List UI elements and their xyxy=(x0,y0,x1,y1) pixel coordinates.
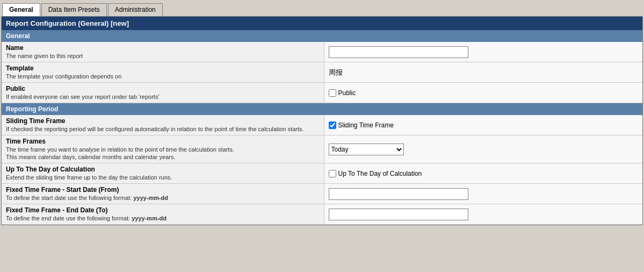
sliding-label-cell: Sliding Time Frame If checked the report… xyxy=(2,115,324,135)
fixed-start-desc: To define the start date use the followi… xyxy=(6,195,168,201)
template-label-cell: Template The template your configuration… xyxy=(2,62,324,83)
template-desc: The template your configuration depends … xyxy=(6,73,121,80)
content-area: Report Configuration (General) [new] Gen… xyxy=(1,16,643,225)
report-header: Report Configuration (General) [new] xyxy=(2,17,642,30)
fixed-start-row: Fixed Time Frame - Start Date (From) To … xyxy=(2,184,642,204)
template-value-cell: 周报 xyxy=(324,62,642,83)
public-checkbox[interactable] xyxy=(329,89,336,97)
fixed-end-desc-bold: yyyy-mm-dd xyxy=(132,215,167,221)
public-desc: If enabled everyone can see your report … xyxy=(6,94,159,100)
tab-general[interactable]: General xyxy=(2,3,40,16)
template-row: Template The template your configuration… xyxy=(2,62,642,83)
report-badge: [new] xyxy=(111,19,129,27)
fixed-start-desc-bold: yyyy-mm-dd xyxy=(133,195,168,201)
tab-bar: General Data Item Presets Administration xyxy=(0,0,644,16)
time-frames-desc: The time frame you want to analyse in re… xyxy=(6,146,234,160)
section-general-header: General xyxy=(2,30,642,42)
report-title: Report Configuration (General) xyxy=(6,19,108,27)
fixed-end-row: Fixed Time Frame - End Date (To) To defi… xyxy=(2,204,642,225)
public-checkbox-text: Public xyxy=(338,89,356,97)
sliding-label: Sliding Time Frame xyxy=(6,117,320,125)
fixed-end-desc-plain: To define the end date use the following… xyxy=(6,215,132,221)
tab-data-item-presets[interactable]: Data Item Presets xyxy=(41,3,107,16)
public-label-cell: Public If enabled everyone can see your … xyxy=(2,83,324,103)
up-to-day-row: Up To The Day of Calculation Extend the … xyxy=(2,163,642,184)
name-row: Name The name given to this report xyxy=(2,42,642,62)
name-label-cell: Name The name given to this report xyxy=(2,42,324,62)
up-to-day-desc: Extend the sliding time frame up to the … xyxy=(6,174,172,181)
template-label: Template xyxy=(6,65,320,72)
fixed-start-input[interactable] xyxy=(329,188,468,200)
name-label: Name xyxy=(6,44,320,52)
fixed-end-input-cell xyxy=(324,204,642,225)
public-row: Public If enabled everyone can see your … xyxy=(2,83,642,103)
fixed-end-label-cell: Fixed Time Frame - End Date (To) To defi… xyxy=(2,204,324,225)
fixed-start-desc-plain: To define the start date use the followi… xyxy=(6,195,133,201)
sliding-desc: If checked the reporting period will be … xyxy=(6,126,304,132)
fixed-end-input[interactable] xyxy=(329,209,468,220)
general-section-table: Name The name given to this report Templ… xyxy=(2,42,642,103)
public-checkbox-cell: Public xyxy=(324,83,642,103)
name-input[interactable] xyxy=(329,46,468,58)
fixed-start-input-cell xyxy=(324,184,642,204)
time-frames-select-cell: Today Yesterday This Week Last Week This… xyxy=(324,135,642,163)
up-to-day-checkbox-cell: Up To The Day of Calculation xyxy=(324,163,642,184)
name-input-cell xyxy=(324,42,642,62)
sliding-checkbox-text: Sliding Time Frame xyxy=(338,121,394,129)
up-to-day-label: Up To The Day of Calculation xyxy=(6,166,320,173)
tab-administration[interactable]: Administration xyxy=(108,3,163,16)
time-frames-row: Time Frames The time frame you want to a… xyxy=(2,135,642,163)
up-to-day-checkbox[interactable] xyxy=(329,170,336,177)
fixed-end-label: Fixed Time Frame - End Date (To) xyxy=(6,206,320,214)
section-reporting-period-header: Reporting Period xyxy=(2,103,642,115)
template-value: 周报 xyxy=(329,68,343,76)
up-to-day-label-cell: Up To The Day of Calculation Extend the … xyxy=(2,163,324,184)
time-frames-label: Time Frames xyxy=(6,138,320,145)
public-label: Public xyxy=(6,85,320,92)
fixed-end-desc: To define the end date use the following… xyxy=(6,215,167,221)
time-frames-select[interactable]: Today Yesterday This Week Last Week This… xyxy=(329,144,404,155)
name-desc: The name given to this report xyxy=(6,53,83,59)
reporting-period-table: Sliding Time Frame If checked the report… xyxy=(2,115,642,225)
up-to-day-checkbox-text: Up To The Day of Calculation xyxy=(338,170,422,177)
public-checkbox-label[interactable]: Public xyxy=(329,89,639,97)
fixed-start-label-cell: Fixed Time Frame - Start Date (From) To … xyxy=(2,184,324,204)
time-frames-label-cell: Time Frames The time frame you want to a… xyxy=(2,135,324,163)
up-to-day-checkbox-label[interactable]: Up To The Day of Calculation xyxy=(329,170,639,177)
sliding-checkbox-label[interactable]: Sliding Time Frame xyxy=(329,121,639,129)
sliding-checkbox-cell: Sliding Time Frame xyxy=(324,115,642,135)
fixed-start-label: Fixed Time Frame - Start Date (From) xyxy=(6,186,320,194)
sliding-checkbox[interactable] xyxy=(329,121,336,129)
sliding-time-frame-row: Sliding Time Frame If checked the report… xyxy=(2,115,642,135)
